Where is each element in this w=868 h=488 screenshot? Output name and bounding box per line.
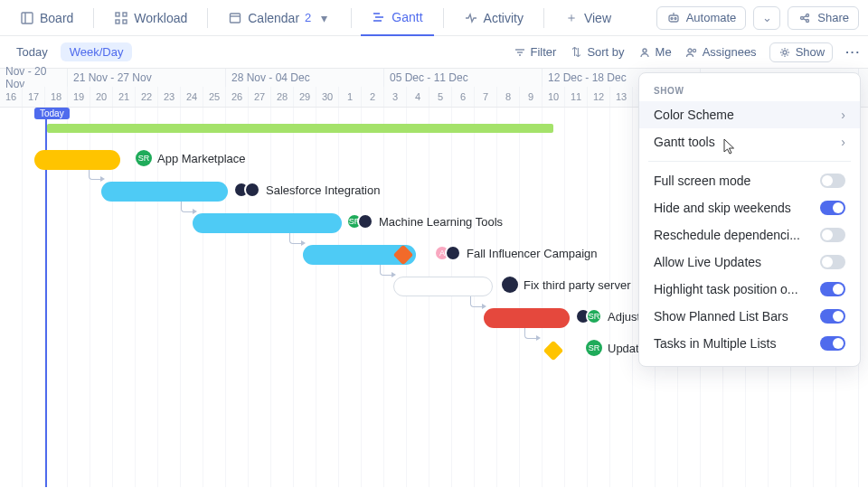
task-label: SR Update (586, 340, 646, 356)
separator (543, 8, 544, 28)
timeline-week: Nov - 20 Nov (0, 69, 68, 87)
today-badge: Today (34, 108, 70, 119)
task-bar-app-marketplace[interactable] (34, 150, 120, 170)
separator (351, 8, 352, 28)
tool-label: Show (796, 45, 826, 59)
panel-item-color-scheme[interactable]: Color Scheme › (639, 101, 860, 128)
tool-label: Filter (531, 45, 557, 59)
gear-icon (778, 45, 792, 60)
svg-point-25 (693, 49, 695, 52)
svg-point-26 (783, 51, 787, 54)
view-tab-activity[interactable]: Activity (453, 0, 534, 36)
panel-item-hide-weekends[interactable]: Hide and skip weekends (639, 194, 860, 221)
me-filter[interactable]: Me (637, 45, 672, 60)
panel-item-label: Show Planned List Bars (654, 309, 788, 324)
timeline-day: 27 (249, 87, 271, 107)
panel-item-fullscreen[interactable]: Full screen mode (639, 167, 860, 194)
avatar: SR (136, 150, 152, 166)
panel-item-label: Gantt tools (654, 135, 715, 149)
gantt-toolbar: Today Week/Day Filter ⇅ Sort by Me Assig… (0, 36, 868, 69)
show-button[interactable]: Show (769, 42, 834, 62)
timeline-day: 5 (429, 87, 452, 107)
topbar-right: Automate ⌄ Share (656, 6, 859, 30)
timeline-day: 30 (316, 87, 339, 107)
more-button[interactable]: ··· (845, 45, 861, 59)
share-button[interactable]: Share (788, 6, 859, 30)
avatar (445, 245, 461, 261)
chevron-right-icon: › (841, 108, 845, 122)
add-view-button[interactable]: ＋ View (553, 0, 622, 36)
panel-item-gantt-tools[interactable]: Gantt tools › (639, 128, 860, 155)
avatar (357, 213, 373, 230)
view-tab-workload[interactable]: Workload (103, 0, 198, 36)
task-label: SR App Marketplace (136, 150, 246, 166)
timeline-day: 6 (452, 87, 475, 107)
task-bar-ml-tools[interactable] (193, 213, 342, 233)
view-tab-calendar[interactable]: Calendar 2 ▾ (217, 0, 342, 36)
sort-icon: ⇅ (569, 45, 583, 60)
task-label: Fix third party server (502, 277, 630, 293)
svg-point-13 (675, 17, 676, 19)
today-button[interactable]: Today (7, 42, 57, 61)
svg-point-23 (643, 49, 646, 52)
toggle[interactable] (820, 282, 845, 296)
timeline-day: 23 (158, 87, 181, 107)
svg-rect-6 (231, 14, 241, 23)
svg-rect-4 (116, 20, 119, 23)
task-name: Salesforce Integration (266, 183, 380, 197)
task-bar-adjust[interactable] (484, 308, 570, 328)
timeline-day: 28 (271, 87, 294, 107)
panel-item-multi-lists[interactable]: Tasks in Multiple Lists (639, 330, 860, 357)
toolbar-right: Filter ⇅ Sort by Me Assignees Show ··· (513, 42, 862, 62)
view-tab-board[interactable]: Board (9, 0, 84, 36)
view-tab-label: Gantt (392, 10, 422, 24)
view-tab-label: View (584, 11, 611, 25)
panel-item-label: Allow Live Updates (654, 255, 761, 269)
automate-button[interactable]: Automate (656, 6, 747, 30)
view-tab-label: Workload (134, 11, 187, 25)
filter-button[interactable]: Filter (513, 45, 557, 60)
avatar: SR (586, 308, 602, 324)
toggle[interactable] (820, 336, 845, 351)
timeline-day: 16 (0, 87, 23, 107)
panel-item-label: Highlight task position o... (654, 282, 798, 296)
timeline-day: 19 (68, 87, 90, 107)
weekday-toggle[interactable]: Week/Day (61, 42, 133, 61)
panel-item-reschedule[interactable]: Reschedule dependenci... (639, 221, 860, 249)
task-name: Fix third party server (524, 278, 630, 292)
workload-icon (114, 11, 128, 25)
task-bar-salesforce[interactable] (101, 182, 228, 202)
panel-item-highlight[interactable]: Highlight task position o... (639, 276, 860, 303)
panel-item-label: Tasks in Multiple Lists (654, 336, 776, 351)
people-icon (684, 45, 699, 60)
avatar-stack: SR (346, 213, 373, 230)
toggle[interactable] (820, 174, 845, 188)
sort-button[interactable]: ⇅ Sort by (569, 45, 624, 60)
timeline-day: 20 (90, 87, 113, 107)
task-bar-fix-server[interactable] (393, 277, 493, 296)
view-tab-gantt[interactable]: Gantt (361, 0, 433, 36)
timeline-week: 21 Nov - 27 Nov (68, 69, 226, 87)
toggle[interactable] (820, 255, 845, 269)
timeline-day: 3 (384, 87, 407, 107)
summary-bar[interactable] (47, 124, 553, 133)
toggle[interactable] (820, 228, 845, 242)
panel-item-live-updates[interactable]: Allow Live Updates (639, 249, 860, 276)
toggle[interactable] (820, 201, 845, 215)
activity-icon (464, 11, 478, 25)
panel-item-planned-bars[interactable]: Show Planned List Bars (639, 303, 860, 330)
automate-dropdown[interactable]: ⌄ (753, 6, 780, 30)
toggle[interactable] (820, 309, 845, 324)
assignees-filter[interactable]: Assignees (684, 45, 757, 60)
avatar: SR (586, 340, 602, 356)
timeline-day: 2 (362, 87, 384, 107)
button-label: Share (817, 11, 849, 24)
task-label: Salesforce Integration (233, 182, 380, 198)
svg-point-17 (807, 19, 809, 22)
timeline-day: 9 (520, 87, 542, 107)
timeline-day: 12 (588, 87, 610, 107)
cursor-icon (723, 138, 736, 155)
timeline-day: 25 (203, 87, 226, 107)
board-icon (20, 11, 34, 25)
share-icon (797, 11, 812, 25)
